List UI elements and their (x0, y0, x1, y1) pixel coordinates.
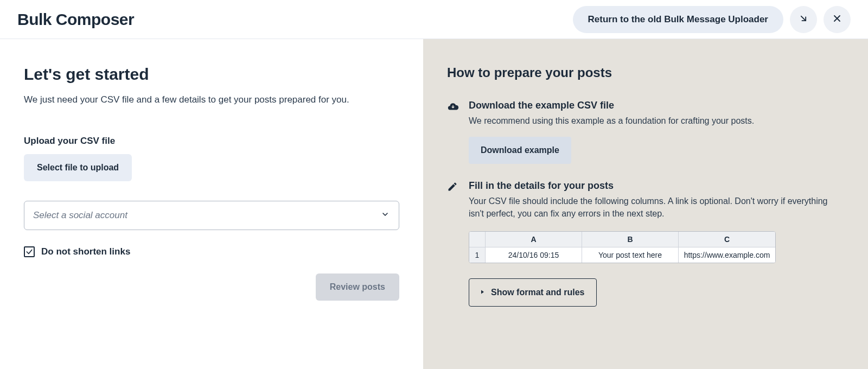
return-old-uploader-button[interactable]: Return to the old Bulk Message Uploader (573, 6, 784, 33)
svg-marker-3 (481, 290, 484, 294)
step-download-desc: We recommend using this example as a fou… (469, 114, 844, 127)
cloud-download-icon (447, 100, 459, 164)
step-download: Download the example CSV file We recomme… (447, 100, 844, 164)
page-title: Bulk Composer (17, 10, 134, 29)
table-header-b: B (582, 232, 679, 247)
arrow-down-right-icon (798, 13, 809, 26)
show-format-rules-label: Show format and rules (491, 288, 584, 297)
right-heading: How to prepare your posts (447, 65, 844, 80)
header-actions: Return to the old Bulk Message Uploader (573, 6, 851, 33)
step-fill: Fill in the details for your posts Your … (447, 180, 844, 306)
main: Let's get started We just need your CSV … (0, 39, 868, 369)
close-button[interactable] (824, 6, 851, 33)
social-account-select-wrap: Select a social account (24, 201, 399, 230)
caret-right-icon (479, 288, 486, 297)
step-fill-body: Fill in the details for your posts Your … (469, 180, 844, 306)
right-panel: How to prepare your posts Download the e… (423, 39, 868, 369)
pencil-icon (447, 180, 459, 306)
step-download-body: Download the example CSV file We recomme… (469, 100, 844, 164)
table-header-row: A B C (469, 232, 775, 247)
table-cell-link: https://www.example.com (679, 247, 775, 263)
table-cell-date: 24/10/16 09:15 (486, 247, 582, 263)
left-subtext: We just need your CSV file and a few det… (24, 94, 399, 105)
table-header-a: A (486, 232, 582, 247)
step-fill-desc: Your CSV file should include the followi… (469, 195, 844, 220)
select-file-button[interactable]: Select file to upload (24, 154, 132, 181)
step-fill-title: Fill in the details for your posts (469, 180, 844, 192)
step-download-title: Download the example CSV file (469, 100, 844, 111)
table-header-c: C (679, 232, 775, 247)
social-account-select[interactable]: Select a social account (24, 201, 399, 230)
left-heading: Let's get started (24, 65, 399, 84)
download-example-button[interactable]: Download example (469, 137, 571, 164)
do-not-shorten-links-checkbox[interactable] (24, 246, 35, 257)
minimize-button[interactable] (790, 6, 817, 33)
table-row: 1 24/10/16 09:15 Your post text here htt… (469, 247, 775, 263)
header: Bulk Composer Return to the old Bulk Mes… (0, 0, 868, 39)
upload-label: Upload your CSV file (24, 136, 399, 147)
table-cell-text: Your post text here (582, 247, 679, 263)
show-format-rules-button[interactable]: Show format and rules (469, 278, 597, 307)
close-icon (832, 13, 843, 26)
svg-line-0 (801, 16, 806, 21)
shorten-links-row: Do not shorten links (24, 246, 399, 257)
csv-example-table: A B C 1 24/10/16 09:15 Your post text he… (469, 231, 776, 263)
review-posts-button[interactable]: Review posts (316, 273, 399, 301)
left-panel: Let's get started We just need your CSV … (0, 39, 423, 369)
table-corner-cell (469, 232, 486, 247)
table-row-index: 1 (469, 247, 486, 263)
do-not-shorten-links-label: Do not shorten links (41, 246, 130, 257)
